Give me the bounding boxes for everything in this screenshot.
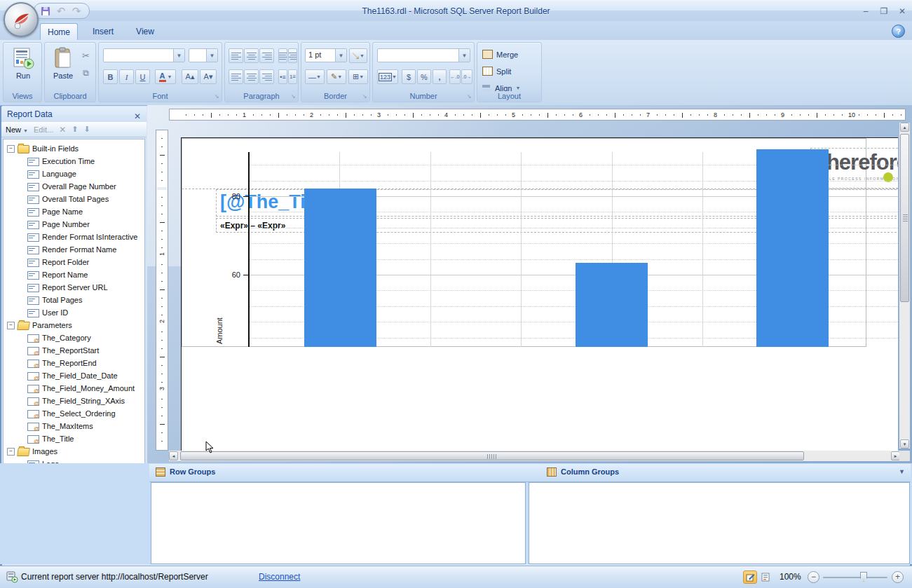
font-name-combo[interactable]: ▼ [103, 48, 185, 62]
chart-bar[interactable] [304, 189, 376, 347]
currency-button[interactable]: $ [402, 69, 416, 84]
office-button[interactable] [4, 2, 39, 37]
align-left-button[interactable] [229, 69, 243, 84]
delete-icon[interactable]: ✕ [59, 125, 66, 135]
collapse-icon[interactable]: − [7, 322, 15, 329]
font-color-button[interactable]: A ▼ [155, 69, 176, 84]
edit-button[interactable]: Edit... [34, 125, 53, 134]
tree-item[interactable]: The_Field_String_XAxis [4, 395, 144, 407]
bold-button[interactable]: B [103, 69, 118, 84]
tree-item[interactable]: Overall Total Pages [4, 193, 144, 205]
split-button[interactable]: Split [482, 64, 538, 78]
tree-item[interactable]: Report Folder [4, 256, 144, 268]
zoom-slider-thumb[interactable] [860, 572, 867, 582]
report-page[interactable]: Therefore PEOPLE PROCESS INFORMATION [@T… [181, 137, 898, 451]
decrease-decimal-button[interactable]: .0→ [461, 69, 472, 84]
design-vscrollbar[interactable]: ▴ ▾ [899, 123, 910, 449]
tree-item[interactable]: The_ReportStart [4, 344, 144, 357]
column-groups-pane[interactable] [529, 482, 910, 564]
tab-view[interactable]: View [127, 23, 163, 40]
disconnect-link[interactable]: Disconnect [259, 572, 300, 582]
underline-button[interactable]: U [135, 69, 150, 84]
tree-item[interactable]: The_Field_Date_Date [4, 369, 144, 382]
chevron-down-icon[interactable]: ▼ [335, 49, 346, 62]
merge-button[interactable]: Merge [482, 47, 538, 62]
shrink-font-button[interactable]: A▾ [200, 69, 217, 84]
tree-item[interactable]: Render Format Name [4, 243, 144, 256]
tree-item[interactable]: The_ReportEnd [4, 357, 144, 369]
fill-color-button[interactable]: 🡖▼ [349, 48, 367, 63]
tab-insert[interactable]: Insert [83, 23, 123, 40]
close-button[interactable]: ✕ [894, 6, 910, 18]
borders-button[interactable]: ⊞▼ [348, 69, 368, 84]
chart-object[interactable]: 6080Amount [182, 138, 866, 347]
scroll-left-icon[interactable]: ◂ [169, 451, 178, 460]
border-style-button[interactable]: —▼ [305, 69, 325, 84]
thousands-separator-button[interactable]: , [433, 69, 447, 84]
tree-item[interactable]: Overall Page Number [4, 180, 144, 193]
tree-item[interactable]: The_Category [4, 331, 144, 344]
decrease-indent-button[interactable] [278, 48, 287, 63]
minimize-button[interactable]: – [858, 6, 873, 18]
border-dialog-launcher-icon[interactable]: ↘ [361, 93, 368, 100]
tree-item[interactable]: Report Server URL [4, 281, 144, 294]
align-center-button[interactable] [244, 69, 259, 84]
numbered-list-button[interactable]: 1≡ [288, 69, 297, 84]
row-groups-pane[interactable] [151, 482, 526, 564]
new-menu-button[interactable]: New ▼ [6, 125, 28, 134]
scroll-thumb[interactable] [180, 451, 804, 460]
copy-button[interactable]: ⧉ [79, 65, 93, 80]
number-format-combo[interactable]: ▼ [377, 48, 470, 62]
number-dialog-launcher-icon[interactable]: ↘ [465, 93, 472, 100]
grow-font-button[interactable]: A▴ [182, 69, 198, 84]
tree-item[interactable]: The_MaxItems [4, 420, 144, 432]
grouping-options-chevron-icon[interactable]: ▼ [899, 468, 905, 475]
number-format-123-button[interactable]: 123▼ [377, 69, 398, 84]
tree-item[interactable]: −Images [4, 445, 144, 458]
italic-button[interactable]: I [119, 69, 134, 84]
tree-item[interactable]: Language [4, 167, 144, 180]
tree-item[interactable]: The_Title [4, 432, 144, 445]
paste-button[interactable]: Paste [47, 46, 79, 93]
tree-item[interactable]: Page Name [4, 205, 144, 218]
align-right-button[interactable] [259, 69, 274, 84]
tree-item[interactable]: −Parameters [4, 319, 144, 331]
help-icon[interactable]: ? [892, 25, 905, 38]
tree-item[interactable]: Report Name [4, 268, 144, 281]
collapse-icon[interactable]: − [7, 448, 15, 456]
chevron-down-icon[interactable]: ▼ [458, 49, 470, 62]
scroll-down-icon[interactable]: ▾ [900, 439, 909, 449]
tree-item[interactable]: Render Format IsInteractive [4, 231, 144, 243]
chart-bar[interactable] [756, 149, 829, 347]
tree-item[interactable]: Total Pages [4, 294, 144, 306]
move-down-icon[interactable]: ⬇ [83, 125, 90, 134]
tree-item[interactable]: The_Field_Money_Amount [4, 382, 144, 395]
chevron-down-icon[interactable]: ▼ [206, 49, 217, 62]
increase-indent-button[interactable] [288, 48, 297, 63]
zoom-in-icon[interactable]: + [892, 571, 904, 583]
font-dialog-launcher-icon[interactable]: ↘ [213, 93, 220, 100]
tree-item[interactable]: −Built-in Fields [4, 142, 144, 155]
design-view-toggle[interactable] [743, 570, 757, 584]
scroll-up-icon[interactable]: ▴ [900, 123, 909, 132]
align-middle-button[interactable] [244, 48, 259, 63]
cut-button[interactable]: ✂ [79, 48, 93, 63]
scroll-thumb[interactable] [900, 134, 909, 302]
border-color-button[interactable]: ✎▼ [327, 69, 346, 84]
chart-bar[interactable] [576, 263, 648, 347]
zoom-slider-track[interactable] [823, 577, 887, 578]
design-hscrollbar[interactable]: ◂ ▸ [169, 451, 910, 461]
tree-item[interactable]: The_Select_Ordering [4, 407, 144, 420]
percent-button[interactable]: % [417, 69, 431, 84]
chevron-down-icon[interactable]: ▼ [173, 49, 184, 62]
run-view-toggle[interactable] [758, 570, 773, 584]
tree-item[interactable]: Execution Time [4, 155, 144, 167]
increase-decimal-button[interactable]: ←.0 [449, 69, 461, 84]
border-width-combo[interactable]: 1 pt ▼ [305, 48, 347, 62]
maximize-button[interactable]: ❐ [876, 6, 892, 18]
align-bottom-button[interactable] [259, 48, 274, 63]
move-up-icon[interactable]: ⬆ [72, 125, 78, 134]
tree-item[interactable]: Page Number [4, 218, 144, 231]
tab-home[interactable]: Home [40, 23, 78, 40]
paragraph-dialog-launcher-icon[interactable]: ↘ [290, 93, 297, 100]
